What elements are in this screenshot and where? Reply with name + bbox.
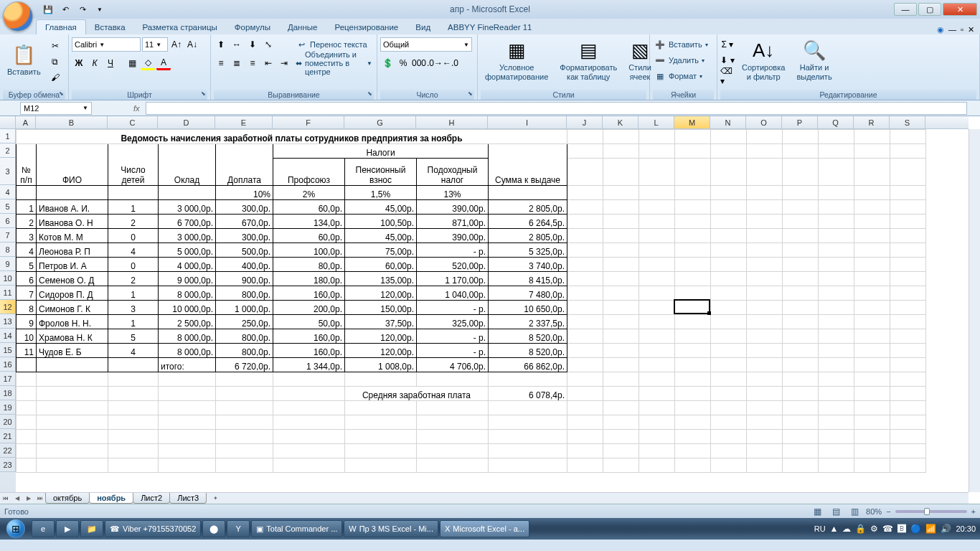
cell[interactable]	[711, 344, 747, 358]
cell[interactable]	[711, 229, 747, 243]
cell[interactable]	[108, 358, 159, 372]
cell[interactable]	[854, 286, 890, 301]
fill-color-icon[interactable]: ◇	[141, 56, 155, 70]
cell[interactable]	[890, 215, 926, 229]
cell[interactable]: 60,0р.	[273, 229, 345, 243]
cell[interactable]	[603, 200, 639, 215]
cell[interactable]	[489, 430, 567, 444]
cell[interactable]	[854, 344, 890, 358]
cell[interactable]: 6	[17, 272, 37, 286]
cell[interactable]	[639, 415, 675, 430]
cell[interactable]	[711, 372, 747, 387]
cell[interactable]: Числодетей	[108, 144, 159, 186]
worksheet-grid[interactable]: ABCDEFGHIJKLMNOPQRS 12345678910111213141…	[0, 116, 980, 504]
cell[interactable]	[17, 401, 37, 415]
percent-icon[interactable]: %	[396, 56, 410, 70]
cut-icon[interactable]: ✂	[48, 39, 62, 53]
cell[interactable]	[567, 358, 603, 372]
cell[interactable]: 2%	[273, 186, 345, 200]
cell[interactable]	[675, 329, 711, 344]
cell[interactable]	[890, 458, 926, 473]
cell[interactable]: Ведомость начисления заработной платы со…	[17, 130, 567, 144]
cell[interactable]: 300,0р.	[216, 229, 273, 243]
tray-icon[interactable]: 🔒	[855, 524, 866, 534]
tab-nav-prev-icon[interactable]: ◀	[11, 494, 23, 504]
tray-icon[interactable]: ▲	[830, 524, 839, 534]
cell[interactable]	[567, 159, 603, 186]
cell[interactable]	[37, 444, 108, 458]
zoom-value[interactable]: 80%	[866, 507, 882, 516]
row-header[interactable]: 20	[0, 415, 16, 429]
cell[interactable]	[639, 301, 675, 315]
cell[interactable]: Храмова Н. К	[37, 329, 108, 344]
cell[interactable]	[819, 186, 854, 200]
cell[interactable]	[675, 387, 711, 401]
cell[interactable]	[273, 415, 345, 430]
cell[interactable]	[890, 286, 926, 301]
cell[interactable]	[854, 387, 890, 401]
row-header[interactable]: 14	[0, 329, 16, 343]
cell[interactable]: 3 000,0р.	[159, 200, 216, 215]
cell[interactable]: 4	[108, 344, 159, 358]
cell[interactable]	[747, 315, 783, 329]
zoom-in-icon[interactable]: +	[971, 507, 976, 516]
tab-nav-first-icon[interactable]: ⏮	[0, 494, 11, 504]
cell[interactable]	[216, 372, 273, 387]
cell[interactable]	[819, 315, 854, 329]
cell[interactable]	[747, 272, 783, 286]
cell[interactable]	[890, 444, 926, 458]
cell[interactable]	[890, 243, 926, 258]
cell[interactable]: 200,0р.	[273, 301, 345, 315]
cell[interactable]	[819, 215, 854, 229]
conditional-formatting-button[interactable]: ▦Условное форматирование	[481, 36, 552, 85]
col-header[interactable]: N	[710, 116, 746, 128]
cell[interactable]	[890, 229, 926, 243]
cell[interactable]: 45,00р.	[345, 200, 417, 215]
cell[interactable]	[819, 329, 854, 344]
taskbar-folder[interactable]: 📁	[80, 520, 103, 537]
col-header[interactable]: L	[639, 116, 674, 128]
cell[interactable]	[37, 358, 108, 372]
cell[interactable]	[603, 344, 639, 358]
cell[interactable]	[603, 258, 639, 272]
cell[interactable]	[489, 444, 567, 458]
cell[interactable]: 1	[108, 200, 159, 215]
cell[interactable]: Сумма к выдаче	[489, 144, 567, 186]
col-header[interactable]: I	[488, 116, 567, 128]
cell[interactable]	[603, 186, 639, 200]
row-header[interactable]: 12	[0, 300, 16, 314]
cell[interactable]	[783, 387, 819, 401]
expand-icon[interactable]: ⬊	[468, 90, 473, 97]
cell[interactable]: 160,0р.	[273, 344, 345, 358]
cell[interactable]	[890, 200, 926, 215]
col-header[interactable]: M	[674, 116, 710, 128]
cell[interactable]	[890, 430, 926, 444]
cell[interactable]: Пенсионныйвзнос	[345, 159, 417, 186]
cell[interactable]	[890, 358, 926, 372]
cell[interactable]	[345, 372, 417, 387]
cell[interactable]	[159, 372, 216, 387]
cell[interactable]	[819, 130, 854, 144]
cell[interactable]	[854, 372, 890, 387]
format-cells-button[interactable]: ▦Формат▾	[653, 69, 710, 83]
paste-button[interactable]: 📋 Вставить	[3, 36, 45, 85]
cell[interactable]	[639, 200, 675, 215]
cell[interactable]	[747, 415, 783, 430]
cell[interactable]	[639, 458, 675, 473]
col-header[interactable]: P	[782, 116, 818, 128]
insert-cells-button[interactable]: ➕Вставить▾	[653, 37, 710, 52]
cell[interactable]	[854, 458, 890, 473]
cell[interactable]: ФИО	[37, 144, 108, 186]
grow-font-icon[interactable]: A↑	[169, 37, 184, 52]
number-format-combo[interactable]: Общий▼	[380, 37, 472, 52]
cell[interactable]: 0	[108, 229, 159, 243]
cell[interactable]	[17, 415, 37, 430]
cell[interactable]	[273, 387, 345, 401]
cell[interactable]	[783, 186, 819, 200]
cell[interactable]	[675, 272, 711, 286]
cell[interactable]	[783, 344, 819, 358]
cell[interactable]	[711, 200, 747, 215]
row-header[interactable]: 1	[0, 129, 16, 143]
cell[interactable]	[603, 144, 639, 159]
cell[interactable]	[890, 372, 926, 387]
